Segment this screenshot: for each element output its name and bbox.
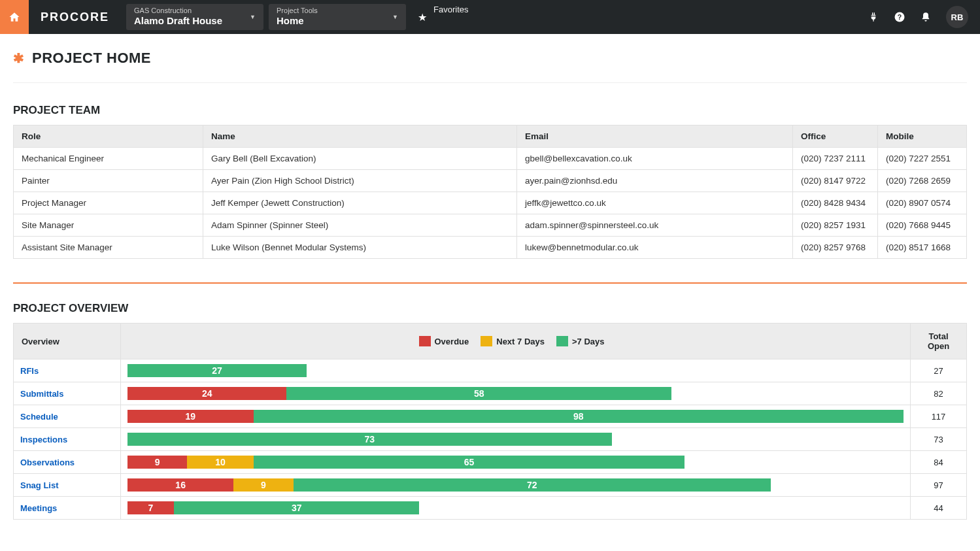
svg-text:?: ? [898, 13, 902, 21]
legend-cell: Overdue Next 7 Days >7 Days [121, 324, 911, 359]
cell-name: Ayer Pain (Zion High School District) [203, 170, 517, 192]
overview-total: 27 [911, 359, 967, 382]
legend-swatch-overdue [419, 336, 431, 346]
cell-name: Gary Bell (Bell Excavation) [203, 148, 517, 170]
cell-role: Site Manager [14, 214, 203, 237]
overview-table: Overview Overdue Next 7 Days >7 Days Tot… [13, 323, 967, 520]
legend-gt7: >7 Days [572, 337, 605, 346]
stacked-bar: 1998 [127, 410, 904, 423]
overview-total: 84 [911, 451, 967, 474]
cell-role: Assistant Site Manager [14, 237, 203, 259]
app-header: PROCORE GAS Construction Alamo Draft Hou… [0, 0, 980, 34]
legend-overdue: Overdue [435, 337, 469, 346]
cell-office: (020) 8257 9768 [793, 237, 878, 259]
bar-segment-overdue[interactable]: 16 [127, 478, 233, 492]
stacked-bar: 737 [127, 501, 419, 514]
gear-icon[interactable]: ✱ [13, 50, 24, 66]
overview-section-title: PROJECT OVERVIEW [13, 302, 967, 315]
bar-segment-gt7[interactable]: 72 [294, 478, 771, 492]
legend-next7: Next 7 Days [496, 337, 545, 346]
legend-swatch-gt7 [556, 336, 568, 346]
cell-role: Project Manager [14, 192, 203, 214]
bar-segment-next7[interactable]: 10 [187, 456, 253, 469]
overview-total: 73 [911, 428, 967, 451]
col-total: Total Open [911, 324, 967, 359]
cell-office: (020) 8428 9434 [793, 192, 878, 214]
table-row: Assistant Site ManagerLuke Wilson (Benne… [14, 237, 967, 259]
cell-email: lukew@bennetmodular.co.uk [517, 237, 793, 259]
page-title: PROJECT HOME [32, 50, 151, 67]
overview-bar-cell: 737 [121, 497, 911, 520]
bar-segment-gt7[interactable]: 27 [127, 364, 307, 377]
bar-segment-gt7[interactable]: 98 [254, 410, 904, 423]
cell-email: gbell@bellexcavation.co.uk [517, 148, 793, 170]
cell-office: (020) 8147 9722 [793, 170, 878, 192]
table-row: Project ManagerJeff Kemper (Jewett Const… [14, 192, 967, 214]
overview-label[interactable]: Submittals [14, 382, 121, 405]
home-icon [8, 11, 20, 23]
cell-name: Adam Spinner (Spinner Steel) [203, 214, 517, 237]
cell-name: Luke Wilson (Bennet Modular Systems) [203, 237, 517, 259]
col-mobile: Mobile [878, 125, 967, 148]
bar-segment-overdue[interactable]: 7 [127, 501, 174, 514]
overview-total: 44 [911, 497, 967, 520]
overview-label[interactable]: RFIs [14, 359, 121, 382]
bar-segment-gt7[interactable]: 65 [254, 456, 684, 469]
stacked-bar: 2458 [127, 387, 671, 400]
overview-label[interactable]: Snag List [14, 474, 121, 497]
table-row: PainterAyer Pain (Zion High School Distr… [14, 170, 967, 192]
home-button[interactable] [0, 0, 29, 34]
company-selector-label: GAS Construction [134, 7, 241, 14]
col-office: Office [793, 125, 878, 148]
overview-bar-cell: 16972 [121, 474, 911, 497]
company-selector[interactable]: GAS Construction Alamo Draft House ▼ [126, 4, 263, 30]
bar-segment-gt7[interactable]: 37 [174, 501, 419, 514]
content: ✱ PROJECT HOME PROJECT TEAM Role Name Em… [0, 34, 980, 520]
cell-email: ayer.pain@zionhsd.edu [517, 170, 793, 192]
bar-segment-gt7[interactable]: 58 [286, 387, 671, 400]
stacked-bar: 73 [127, 433, 612, 446]
cell-mobile: (020) 7268 2659 [878, 170, 967, 192]
bar-segment-overdue[interactable]: 19 [127, 410, 254, 423]
overview-row: Observations9106584 [14, 451, 967, 474]
col-overview: Overview [14, 324, 121, 359]
team-table: Role Name Email Office Mobile Mechanical… [13, 125, 967, 259]
overview-row: Meetings73744 [14, 497, 967, 520]
legend-swatch-next7 [481, 336, 492, 346]
cell-mobile: (020) 8907 0574 [878, 192, 967, 214]
cell-mobile: (020) 8517 1668 [878, 237, 967, 259]
cell-email: adam.spinner@spinnersteel.co.uk [517, 214, 793, 237]
star-icon: ★ [418, 11, 427, 24]
cell-email: jeffk@jewettco.co.uk [517, 192, 793, 214]
overview-row: Schedule1998117 [14, 405, 967, 428]
company-selector-value: Alamo Draft House [134, 16, 241, 27]
stacked-bar: 91065 [127, 456, 684, 469]
overview-label[interactable]: Inspections [14, 428, 121, 451]
tools-selector-label: Project Tools [277, 7, 384, 14]
page-title-row: ✱ PROJECT HOME [13, 47, 967, 83]
help-icon[interactable]: ? [894, 11, 905, 23]
bar-segment-gt7[interactable]: 73 [127, 433, 612, 446]
overview-total: 117 [911, 405, 967, 428]
overview-bar-cell: 1998 [121, 405, 911, 428]
overview-total: 97 [911, 474, 967, 497]
favorites-label: Favorites [433, 5, 468, 14]
overview-label[interactable]: Meetings [14, 497, 121, 520]
logo: PROCORE [29, 10, 121, 24]
plug-icon[interactable] [868, 11, 879, 23]
user-avatar[interactable]: RB [946, 6, 968, 28]
bar-segment-overdue[interactable]: 9 [127, 456, 187, 469]
bar-segment-overdue[interactable]: 24 [127, 387, 286, 400]
tools-selector[interactable]: Project Tools Home ▼ [269, 4, 406, 30]
favorites[interactable]: ★ Favorites [418, 11, 468, 24]
cell-name: Jeff Kemper (Jewett Construction) [203, 192, 517, 214]
section-divider [13, 282, 967, 284]
tools-selector-value: Home [277, 16, 384, 27]
team-section-title: PROJECT TEAM [13, 104, 967, 117]
bell-icon[interactable] [920, 11, 932, 23]
overview-row: Submittals245882 [14, 382, 967, 405]
cell-role: Mechanical Engineer [14, 148, 203, 170]
overview-label[interactable]: Schedule [14, 405, 121, 428]
overview-label[interactable]: Observations [14, 451, 121, 474]
bar-segment-next7[interactable]: 9 [233, 478, 293, 492]
